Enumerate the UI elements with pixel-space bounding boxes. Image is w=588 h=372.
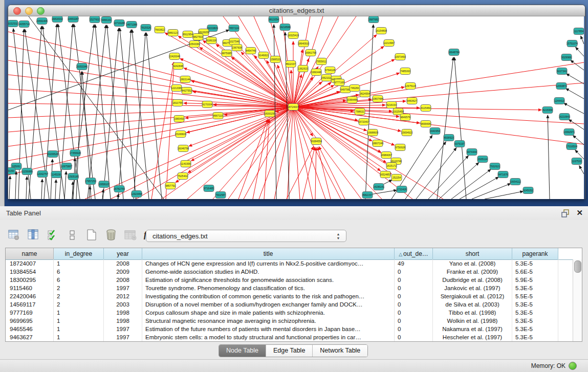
table-row[interactable]: 946362711997Embryonic stem cells: a mode… <box>6 333 573 341</box>
graph-node[interactable]: 8186328 <box>206 37 216 44</box>
graph-node[interactable]: 9849579 <box>400 114 410 121</box>
graph-node[interactable]: 17957253 <box>85 178 96 185</box>
column-header-year[interactable]: year <box>104 248 142 259</box>
cell-out_de[interactable]: 0 <box>395 292 433 300</box>
cell-short[interactable]: Nakamura et al. (1997) <box>433 325 512 333</box>
graph-node[interactable]: 10719188 <box>114 20 125 27</box>
graph-node[interactable]: 22420046 <box>169 53 180 60</box>
minimize-window-icon[interactable] <box>25 7 33 15</box>
cell-pagerank[interactable]: 5.3E-5 <box>512 284 558 292</box>
graph-node[interactable]: 12042757 <box>37 171 48 178</box>
cell-short[interactable]: Hescheler et al. (1997) <box>433 333 512 341</box>
graph-node[interactable]: 39159 <box>8 168 15 174</box>
graph-node[interactable]: 6216033 <box>386 102 397 108</box>
graph-node[interactable]: 16524851 <box>380 171 391 178</box>
cell-short[interactable]: Tibbo et al. (1998) <box>433 309 512 317</box>
cell-name[interactable]: 18300295 <box>6 276 54 284</box>
graph-node[interactable]: 8813054 <box>269 16 279 23</box>
cell-title[interactable]: Corpus callosum shape and size in male p… <box>142 309 395 317</box>
cell-in_degree[interactable]: 2 <box>54 284 104 292</box>
graph-node[interactable]: 10958107 <box>98 181 110 188</box>
graph-node[interactable]: 9699695 <box>421 121 431 127</box>
cell-title[interactable]: Genome-wide association studies in ADHD. <box>142 268 395 276</box>
network-window[interactable]: citations_edges.txt 91525321405571420691… <box>8 5 585 199</box>
table-row[interactable]: 1830029562008Estimation of significance … <box>6 276 573 284</box>
graph-node[interactable]: 9152532 <box>8 20 18 27</box>
cell-name[interactable]: 22420046 <box>6 292 54 300</box>
graph-node[interactable]: 11156889 <box>21 168 33 175</box>
graph-node[interactable]: 16154808 <box>376 28 387 34</box>
graph-node[interactable]: 14196141 <box>373 184 384 190</box>
graph-node[interactable]: 10807484 <box>372 96 383 102</box>
graph-node[interactable]: 9756928 <box>395 144 405 151</box>
graph-node[interactable]: 19384554 <box>311 138 322 145</box>
cell-name[interactable]: 9465546 <box>6 325 54 333</box>
table-row[interactable]: 1456911722003Disruption of a novel membe… <box>6 300 573 309</box>
delete-icon[interactable] <box>104 228 118 242</box>
graph-node[interactable]: 7902587 <box>215 192 226 199</box>
cell-name[interactable]: 19384554 <box>6 268 54 276</box>
cell-pagerank[interactable]: 5.3E-5 <box>512 300 558 309</box>
graph-node[interactable]: 10973493 <box>395 54 406 60</box>
cell-out_de[interactable]: 0 <box>395 300 433 309</box>
graph-node[interactable]: 18325419 <box>288 32 299 39</box>
graph-node[interactable]: 20691406 <box>36 18 48 25</box>
graph-node[interactable]: 1140399 <box>181 161 191 167</box>
graph-node[interactable]: 12213967 <box>383 40 395 47</box>
cell-year[interactable]: 2009 <box>104 268 142 276</box>
graph-node[interactable]: 2367608 <box>232 45 242 51</box>
graph-node[interactable]: 8912954 <box>183 31 193 38</box>
table-row[interactable]: 969969511998Structural magnetic resonanc… <box>6 317 573 325</box>
splitter-strip[interactable] <box>0 0 5 206</box>
graph-node[interactable]: 7815526 <box>141 25 151 31</box>
cell-pagerank[interactable]: 5.3E-5 <box>512 309 558 317</box>
graph-node[interactable]: 1965493 <box>174 116 184 122</box>
graph-node[interactable]: 9329966 <box>561 54 572 61</box>
cell-short[interactable]: Stergiakouli et al. (2012) <box>433 292 512 300</box>
graph-node[interactable]: 9827503 <box>193 34 203 40</box>
graph-node[interactable]: 1027546 <box>229 38 239 45</box>
cell-title[interactable]: Tourette syndrome. Phenomenology and cla… <box>142 284 395 292</box>
graph-node[interactable]: 9463627 <box>407 98 417 104</box>
cell-year[interactable]: 1998 <box>104 309 142 317</box>
vertical-scrollbar[interactable] <box>573 259 582 341</box>
graph-node[interactable]: 15654923 <box>401 129 412 136</box>
cell-pagerank[interactable]: 5.3E-5 <box>512 333 558 341</box>
table-row[interactable]: 2242004622012Investigating the contribut… <box>6 292 573 300</box>
graph-node[interactable]: 7485063 <box>400 68 410 75</box>
graph-node[interactable]: 7625402 <box>178 173 188 180</box>
graph-node[interactable]: 252254 <box>391 174 402 181</box>
graph-node[interactable]: 9245052 <box>523 187 533 194</box>
graph-node[interactable]: 9227341 <box>557 68 567 75</box>
graph-node[interactable]: 16782759 <box>114 186 125 192</box>
graph-node[interactable]: 7857224 <box>229 25 239 32</box>
graph-node[interactable]: 1640954 <box>430 128 440 135</box>
graph-node[interactable]: 6497568 <box>340 86 351 93</box>
column-header-name[interactable]: name <box>6 248 54 259</box>
cell-pagerank[interactable]: 5.3E-5 <box>512 317 558 325</box>
table-row[interactable]: 1938455462009Genome-wide association stu… <box>6 268 573 276</box>
graph-node[interactable]: 7932621 <box>490 163 500 170</box>
cell-out_de[interactable]: 0 <box>395 309 433 317</box>
cell-short[interactable]: Dudbridge et al. (2008) <box>433 276 512 284</box>
cell-out_de[interactable]: 0 <box>395 333 433 341</box>
close-window-icon[interactable] <box>13 7 21 15</box>
cell-year[interactable]: 2008 <box>104 276 142 284</box>
graph-node[interactable]: 8471676 <box>498 171 508 178</box>
graph-node[interactable]: 16210643 <box>559 114 570 120</box>
graph-node[interactable]: 7955812 <box>316 58 326 65</box>
graph-node[interactable]: 1167533 <box>572 158 582 165</box>
graph-node[interactable]: 8938923 <box>444 135 454 141</box>
cell-title[interactable]: Embryonic stem cells: a model to study s… <box>142 333 395 341</box>
memory-indicator-icon[interactable] <box>569 362 577 370</box>
graph-node[interactable]: 16818332 <box>52 16 63 23</box>
cell-in_degree[interactable]: 1 <box>54 333 104 341</box>
cell-in_degree[interactable]: 1 <box>54 309 104 317</box>
table-row[interactable]: 911546021997Tourette syndrome. Phenomeno… <box>6 284 573 292</box>
graph-node[interactable]: 16984067 <box>381 152 392 159</box>
graph-node[interactable]: 12213383 <box>171 85 182 92</box>
graph-node[interactable]: 10688609 <box>367 129 378 136</box>
cell-title[interactable]: Estimation of the future numbers of pati… <box>142 325 395 333</box>
table-row[interactable]: 1872400712008Changes of HCN gene express… <box>6 259 573 268</box>
graph-node[interactable]: 15166829 <box>175 131 186 138</box>
